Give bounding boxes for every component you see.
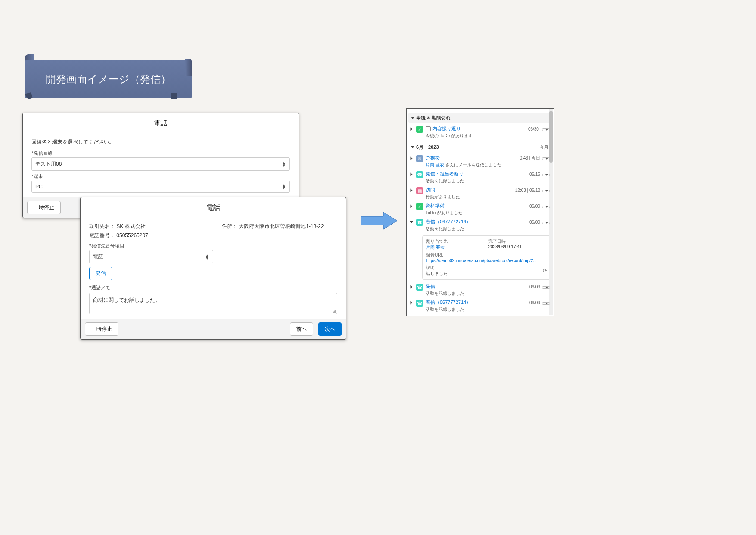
item-menu[interactable]	[542, 222, 550, 224]
item-title[interactable]: 発信	[426, 315, 435, 316]
chevron-right-icon	[411, 157, 413, 160]
expand-chevron[interactable]	[409, 155, 414, 160]
item-menu[interactable]	[542, 128, 550, 131]
call-icon: ☎	[416, 300, 423, 307]
expand-chevron[interactable]	[409, 187, 414, 192]
refresh-icon[interactable]: ⟳	[543, 268, 547, 274]
chevron-down-icon	[411, 146, 414, 148]
item-date: 06/15	[529, 172, 540, 177]
item-detail-panel: 割り当て先 片岡 亜衣 完了日時 2023/06/09 17:41 録音URL …	[422, 235, 551, 280]
activity-timeline-panel: 今後 & 期限切れ ✓ 内容振り返り 06/30 今後の ToDo があ	[406, 108, 554, 316]
item-sub: 今後の ToDo があります	[426, 133, 550, 139]
item-title[interactable]: 発信	[426, 283, 435, 290]
item-date: 06/09	[529, 285, 540, 289]
timeline-item-expanded[interactable]: ☎ 着信（0677772714） 06/09 活動を記録しました	[408, 218, 551, 234]
item-sub: ToDo がありました	[426, 210, 550, 216]
account-label: 取引先名：	[89, 223, 115, 229]
chevron-down-icon	[411, 117, 414, 119]
address-label: 住所：	[222, 223, 237, 229]
item-title[interactable]: 資料準備	[426, 203, 445, 209]
item-title[interactable]: 着信（0677772714）	[426, 219, 471, 225]
item-sub: 行動がありました	[426, 194, 550, 200]
timeline-item[interactable]: ☎ 発信 06/09 活動を記録しました	[408, 314, 551, 316]
item-menu[interactable]	[542, 190, 550, 192]
timeline-item[interactable]: ☎ 発信：担当者断り 06/15 活動を記録しました	[408, 170, 551, 186]
phone-value: 05055265207	[116, 232, 148, 238]
next-button[interactable]: 次へ	[318, 322, 342, 336]
timeline-item[interactable]: ▦ 訪問 12:03 | 06/12 行動がありました	[408, 186, 551, 202]
memo-textarea[interactable]: 商材に関してお話しました。 ◢	[89, 293, 337, 314]
expand-chevron[interactable]	[409, 203, 414, 208]
timeline-item[interactable]: ☎ 着信（0677772714） 06/09 活動を記録しました	[408, 298, 551, 314]
item-sub: 活動を記録しました	[426, 307, 550, 313]
phonefield-value: 電話	[93, 253, 103, 260]
email-icon: ✉	[416, 155, 423, 162]
item-menu[interactable]	[542, 302, 550, 305]
user-link[interactable]: 片岡 亜衣	[426, 163, 444, 167]
phonefield-select[interactable]: 電話 ▲▼	[89, 250, 213, 263]
item-date: 12:03 | 06/12	[515, 188, 540, 193]
resize-handle-icon[interactable]: ◢	[333, 308, 336, 313]
complete-label: 完了日時	[488, 238, 548, 244]
stepper-icon: ▲▼	[282, 162, 286, 167]
dialog-call: 電話 取引先名： SKI株式会社 住所： 大阪府大阪市北区曽根崎新地1-13-2…	[80, 197, 346, 340]
section-title: 6月・2023	[416, 144, 439, 150]
memo-value: 商材に関してお話しました。	[93, 297, 160, 303]
account-value: SKI株式会社	[116, 223, 145, 229]
item-title[interactable]: ご挨拶	[426, 155, 440, 161]
timeline-item[interactable]: ✓ 資料準備 06/09 ToDo がありました	[408, 202, 551, 218]
complete-value: 2023/06/09 17:41	[488, 244, 548, 249]
timeline-connector	[420, 226, 420, 235]
pause-button[interactable]: 一時停止	[85, 322, 118, 336]
item-date: 0:46 | 今日	[520, 156, 540, 160]
memo-label: 説明	[426, 265, 452, 271]
line-label: 発信回線	[31, 150, 290, 156]
call-button[interactable]: 発信	[89, 267, 112, 280]
todo-checkbox[interactable]	[426, 126, 431, 131]
expand-chevron[interactable]	[409, 171, 414, 176]
item-menu[interactable]	[542, 206, 550, 208]
timeline-item[interactable]: ☎ 発信 06/09 活動を記録しました	[408, 282, 551, 298]
item-title[interactable]: 訪問	[426, 187, 435, 193]
phone-label: 電話番号：	[89, 232, 115, 238]
expand-chevron[interactable]	[409, 315, 414, 316]
chevron-right-icon	[411, 128, 413, 131]
timeline-item-todo[interactable]: ✓ 内容振り返り 06/30 今後の ToDo があります	[408, 125, 551, 141]
expand-chevron[interactable]	[409, 125, 414, 131]
url-label: 録音URL	[426, 252, 547, 258]
item-title[interactable]: 発信：担当者断り	[426, 171, 464, 177]
item-menu[interactable]	[542, 286, 550, 289]
phonefield-label: 発信先番号項目	[89, 243, 337, 249]
item-menu[interactable]	[542, 157, 550, 160]
prev-button[interactable]: 前へ	[290, 322, 313, 336]
timeline-connector	[420, 133, 420, 141]
section-month[interactable]: 6月・2023 今月	[408, 142, 551, 152]
expand-chevron[interactable]	[409, 299, 414, 305]
stepper-icon: ▲▼	[205, 254, 209, 260]
pause-button[interactable]: 一時停止	[27, 201, 61, 214]
item-sub: 活動を記録しました	[426, 226, 550, 232]
address-value: 大阪府大阪市北区曽根崎新地1-13-22	[239, 223, 324, 229]
chevron-right-icon	[411, 285, 413, 289]
terminal-select[interactable]: PC ▲▼	[31, 181, 290, 193]
assign-value-link[interactable]: 片岡 亜衣	[426, 245, 445, 250]
call-icon: ☎	[416, 171, 423, 178]
section-title: 今後 & 期限切れ	[416, 115, 451, 121]
section-upcoming[interactable]: 今後 & 期限切れ	[408, 113, 551, 123]
recording-url-link[interactable]: https://demo02.innov-era.com/pbx/webroot…	[426, 258, 537, 263]
dialog2-title: 電話	[81, 197, 346, 217]
timeline-item[interactable]: ✉ ご挨拶 0:46 | 今日 片岡 亜衣 さんにメールを送信しました	[408, 154, 551, 170]
item-menu[interactable]	[542, 174, 550, 176]
expand-chevron[interactable]	[409, 283, 414, 289]
assign-label: 割り当て先	[426, 238, 485, 244]
collapse-chevron[interactable]	[409, 219, 414, 224]
svg-marker-0	[361, 212, 397, 229]
ribbon-title: 開発画面イメージ（発信）	[46, 73, 171, 85]
line-select[interactable]: テスト用06 ▲▼	[31, 157, 290, 171]
item-date: 06/09	[529, 300, 540, 305]
dialog1-instruction: 回線名と端末を選択してください。	[31, 138, 290, 146]
memo-value: 話しました。	[426, 271, 452, 277]
item-title[interactable]: 着信（0677772714）	[426, 299, 471, 306]
item-date: 06/09	[529, 220, 540, 225]
item-title[interactable]: 内容振り返り	[432, 125, 461, 132]
